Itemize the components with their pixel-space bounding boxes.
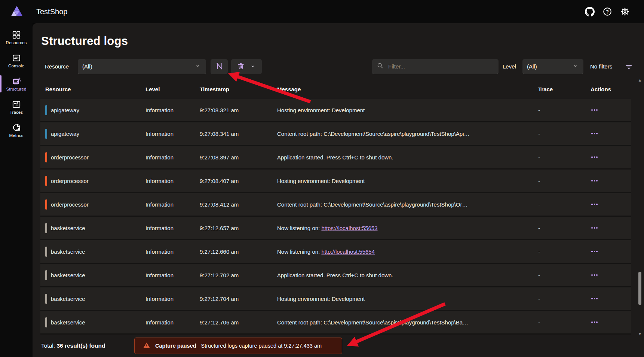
table-row[interactable]: apigatewayInformation9:27:08.321 amHosti… xyxy=(40,99,631,122)
trace-cell: - xyxy=(527,296,579,302)
row-actions-button[interactable] xyxy=(591,320,598,324)
table-row[interactable]: orderprocessorInformation9:27:08.397 amA… xyxy=(40,146,631,170)
github-icon[interactable] xyxy=(585,7,595,16)
main-panel: Structured logs Resource (All) Level (Al… xyxy=(33,23,644,357)
level-cell: Information xyxy=(134,319,188,326)
message-cell: Content root path: C:\Development\Source… xyxy=(266,201,527,208)
message-cell: Now listening on: https://localhost:5565… xyxy=(266,225,527,231)
table-row[interactable]: basketserviceInformation9:27:12.706 amCo… xyxy=(40,311,631,335)
actions-cell xyxy=(579,131,631,136)
table-row[interactable]: basketserviceInformation9:27:12.660 amNo… xyxy=(40,240,631,264)
row-actions-button[interactable] xyxy=(591,296,598,301)
help-icon[interactable]: ? xyxy=(602,7,612,16)
sidebar-item-console[interactable]: Console xyxy=(0,50,33,71)
banner-message: Structured logs capture paused at 9:27:2… xyxy=(201,343,322,349)
resource-name: orderprocessor xyxy=(51,178,89,184)
level-cell: Information xyxy=(134,154,188,161)
aspire-dashboard: { "app": { "title": "TestShop" }, "topba… xyxy=(0,0,644,357)
message-cell: Hosting environment: Development xyxy=(266,296,527,302)
resource-name: orderprocessor xyxy=(51,154,89,161)
row-actions-button[interactable] xyxy=(591,226,598,230)
scrollbar-thumb[interactable] xyxy=(638,272,641,305)
message-link[interactable]: http://localhost:55654 xyxy=(321,248,375,255)
row-actions-button[interactable] xyxy=(591,178,598,183)
scroll-down-icon[interactable]: ▼ xyxy=(638,332,642,336)
sidebar-item-structured[interactable]: Structured xyxy=(0,73,33,94)
resource-color-bar xyxy=(45,247,47,257)
settings-icon[interactable] xyxy=(620,7,630,16)
table-row[interactable]: apigatewayInformation9:27:08.341 amConte… xyxy=(40,122,631,146)
sidebar-nav: ResourcesConsoleStructuredTracesMetrics xyxy=(0,23,33,357)
sidebar-item-label: Structured xyxy=(6,87,26,91)
resource-name: apigateway xyxy=(51,131,79,137)
timestamp-cell: 9:27:12.702 am xyxy=(188,272,266,278)
row-actions-button[interactable] xyxy=(591,249,598,254)
trace-cell: - xyxy=(527,319,579,326)
sidebar-item-label: Traces xyxy=(10,110,23,115)
app-title: TestShop xyxy=(36,0,67,23)
resource-cell: basketservice xyxy=(40,223,134,233)
resource-cell: orderprocessor xyxy=(40,176,134,186)
total-value: 36 result(s) found xyxy=(56,342,105,349)
message-cell: Hosting environment: Development xyxy=(266,107,527,113)
resource-color-bar xyxy=(45,129,47,139)
search-icon xyxy=(376,62,384,71)
timestamp-cell: 9:27:08.341 am xyxy=(188,131,266,137)
topbar-actions: ? xyxy=(585,0,630,23)
filter-input[interactable] xyxy=(387,63,494,70)
traces-icon xyxy=(12,100,21,109)
level-cell: Information xyxy=(134,107,188,113)
message-cell: Application started. Press Ctrl+C to shu… xyxy=(266,272,527,278)
top-bar: TestShop ? xyxy=(0,0,644,23)
structured-logs-table: ResourceLevelTimestampMessageTraceAction… xyxy=(40,79,631,335)
timestamp-cell: 9:27:12.660 am xyxy=(188,248,266,255)
vertical-scrollbar[interactable]: ▲ ▼ xyxy=(637,78,643,336)
message-cell: Application started. Press Ctrl+C to shu… xyxy=(266,154,527,161)
trace-cell: - xyxy=(527,178,579,184)
row-actions-button[interactable] xyxy=(591,131,598,136)
resource-color-bar xyxy=(45,199,47,210)
resource-color-bar xyxy=(45,294,47,304)
row-actions-button[interactable] xyxy=(591,202,598,207)
actions-cell xyxy=(579,202,631,207)
message-link[interactable]: https://localhost:55653 xyxy=(321,225,377,231)
filter-icon[interactable] xyxy=(625,62,633,73)
total-results: Total: 36 result(s) found xyxy=(41,335,105,357)
resource-color-bar xyxy=(45,317,47,327)
row-actions-button[interactable] xyxy=(591,155,598,159)
resource-cell: basketservice xyxy=(40,294,134,304)
resource-color-bar xyxy=(45,270,47,280)
resource-name: basketservice xyxy=(51,248,85,255)
capture-paused-banner: Capture paused Structured logs capture p… xyxy=(134,338,342,354)
actions-cell xyxy=(579,320,631,324)
table-row[interactable]: basketserviceInformation9:27:12.657 amNo… xyxy=(40,217,631,240)
pause-capture-button[interactable] xyxy=(211,59,228,74)
column-header-message: Message xyxy=(266,86,527,92)
scroll-up-icon[interactable]: ▲ xyxy=(638,78,642,82)
sidebar-item-label: Resources xyxy=(6,40,27,45)
row-actions-button[interactable] xyxy=(591,108,598,112)
trace-cell: - xyxy=(527,225,579,231)
level-select[interactable]: (All) xyxy=(522,59,583,74)
message-cell: Content root path: C:\Development\Source… xyxy=(266,319,527,326)
column-header-actions: Actions xyxy=(579,86,631,92)
resource-name: basketservice xyxy=(51,319,85,326)
table-row[interactable]: orderprocessorInformation9:27:08.412 amC… xyxy=(40,193,631,217)
sidebar-item-metrics[interactable]: Metrics xyxy=(0,120,33,141)
sidebar-item-traces[interactable]: Traces xyxy=(0,97,33,118)
row-actions-button[interactable] xyxy=(591,273,598,277)
table-footer: Total: 36 result(s) found Capture paused… xyxy=(33,335,644,357)
resource-select[interactable]: (All) xyxy=(78,59,206,74)
resource-cell: basketservice xyxy=(40,270,134,280)
resource-filter-label: Resource xyxy=(45,59,69,74)
resource-color-bar xyxy=(45,105,47,115)
sidebar-item-resources[interactable]: Resources xyxy=(0,27,33,48)
table-row[interactable]: basketserviceInformation9:27:12.704 amHo… xyxy=(40,287,631,311)
actions-cell xyxy=(579,108,631,112)
table-row[interactable]: basketserviceInformation9:27:12.702 amAp… xyxy=(40,264,631,287)
svg-text:?: ? xyxy=(606,9,609,15)
table-row[interactable]: orderprocessorInformation9:27:08.407 amH… xyxy=(40,170,631,193)
clear-logs-split-button[interactable] xyxy=(231,59,262,74)
sidebar-item-label: Console xyxy=(8,64,24,68)
aspire-logo-icon xyxy=(10,4,24,18)
